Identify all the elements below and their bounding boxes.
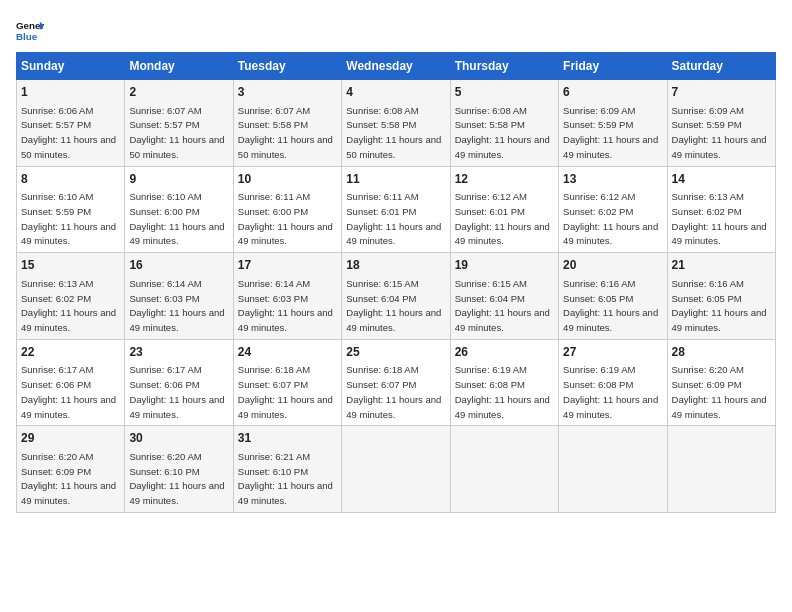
day-detail: Sunrise: 6:21 AMSunset: 6:10 PMDaylight:… <box>238 451 333 506</box>
day-number: 8 <box>21 171 120 188</box>
day-detail: Sunrise: 6:20 AMSunset: 6:09 PMDaylight:… <box>21 451 116 506</box>
day-number: 15 <box>21 257 120 274</box>
page-header: General Blue <box>16 16 776 44</box>
day-detail: Sunrise: 6:09 AMSunset: 5:59 PMDaylight:… <box>563 105 658 160</box>
calendar-cell: 11 Sunrise: 6:11 AMSunset: 6:01 PMDaylig… <box>342 166 450 253</box>
day-number: 10 <box>238 171 337 188</box>
day-number: 23 <box>129 344 228 361</box>
day-detail: Sunrise: 6:12 AMSunset: 6:02 PMDaylight:… <box>563 191 658 246</box>
day-number: 16 <box>129 257 228 274</box>
day-number: 5 <box>455 84 554 101</box>
svg-text:Blue: Blue <box>16 31 38 42</box>
weekday-header-tuesday: Tuesday <box>233 53 341 80</box>
day-detail: Sunrise: 6:07 AMSunset: 5:57 PMDaylight:… <box>129 105 224 160</box>
calendar-cell: 2 Sunrise: 6:07 AMSunset: 5:57 PMDayligh… <box>125 80 233 167</box>
calendar-cell: 25 Sunrise: 6:18 AMSunset: 6:07 PMDaylig… <box>342 339 450 426</box>
day-detail: Sunrise: 6:18 AMSunset: 6:07 PMDaylight:… <box>346 364 441 419</box>
calendar-cell: 27 Sunrise: 6:19 AMSunset: 6:08 PMDaylig… <box>559 339 667 426</box>
calendar-cell: 18 Sunrise: 6:15 AMSunset: 6:04 PMDaylig… <box>342 253 450 340</box>
calendar-cell: 19 Sunrise: 6:15 AMSunset: 6:04 PMDaylig… <box>450 253 558 340</box>
calendar-cell: 31 Sunrise: 6:21 AMSunset: 6:10 PMDaylig… <box>233 426 341 513</box>
day-number: 12 <box>455 171 554 188</box>
calendar-cell: 8 Sunrise: 6:10 AMSunset: 5:59 PMDayligh… <box>17 166 125 253</box>
calendar-cell: 13 Sunrise: 6:12 AMSunset: 6:02 PMDaylig… <box>559 166 667 253</box>
day-detail: Sunrise: 6:08 AMSunset: 5:58 PMDaylight:… <box>455 105 550 160</box>
calendar-cell: 24 Sunrise: 6:18 AMSunset: 6:07 PMDaylig… <box>233 339 341 426</box>
day-detail: Sunrise: 6:17 AMSunset: 6:06 PMDaylight:… <box>129 364 224 419</box>
calendar-cell: 30 Sunrise: 6:20 AMSunset: 6:10 PMDaylig… <box>125 426 233 513</box>
day-number: 21 <box>672 257 771 274</box>
day-detail: Sunrise: 6:14 AMSunset: 6:03 PMDaylight:… <box>129 278 224 333</box>
calendar-cell: 3 Sunrise: 6:07 AMSunset: 5:58 PMDayligh… <box>233 80 341 167</box>
day-detail: Sunrise: 6:09 AMSunset: 5:59 PMDaylight:… <box>672 105 767 160</box>
day-number: 9 <box>129 171 228 188</box>
day-number: 2 <box>129 84 228 101</box>
day-number: 28 <box>672 344 771 361</box>
day-detail: Sunrise: 6:06 AMSunset: 5:57 PMDaylight:… <box>21 105 116 160</box>
calendar-cell: 22 Sunrise: 6:17 AMSunset: 6:06 PMDaylig… <box>17 339 125 426</box>
day-detail: Sunrise: 6:08 AMSunset: 5:58 PMDaylight:… <box>346 105 441 160</box>
calendar-cell: 21 Sunrise: 6:16 AMSunset: 6:05 PMDaylig… <box>667 253 775 340</box>
calendar-cell: 9 Sunrise: 6:10 AMSunset: 6:00 PMDayligh… <box>125 166 233 253</box>
day-number: 13 <box>563 171 662 188</box>
day-detail: Sunrise: 6:18 AMSunset: 6:07 PMDaylight:… <box>238 364 333 419</box>
day-detail: Sunrise: 6:20 AMSunset: 6:09 PMDaylight:… <box>672 364 767 419</box>
calendar-cell: 10 Sunrise: 6:11 AMSunset: 6:00 PMDaylig… <box>233 166 341 253</box>
calendar-cell: 14 Sunrise: 6:13 AMSunset: 6:02 PMDaylig… <box>667 166 775 253</box>
day-detail: Sunrise: 6:15 AMSunset: 6:04 PMDaylight:… <box>346 278 441 333</box>
day-number: 22 <box>21 344 120 361</box>
day-detail: Sunrise: 6:10 AMSunset: 6:00 PMDaylight:… <box>129 191 224 246</box>
calendar-cell: 16 Sunrise: 6:14 AMSunset: 6:03 PMDaylig… <box>125 253 233 340</box>
day-number: 17 <box>238 257 337 274</box>
weekday-header-thursday: Thursday <box>450 53 558 80</box>
day-number: 24 <box>238 344 337 361</box>
weekday-header-sunday: Sunday <box>17 53 125 80</box>
day-number: 30 <box>129 430 228 447</box>
day-detail: Sunrise: 6:15 AMSunset: 6:04 PMDaylight:… <box>455 278 550 333</box>
calendar-cell: 12 Sunrise: 6:12 AMSunset: 6:01 PMDaylig… <box>450 166 558 253</box>
day-detail: Sunrise: 6:17 AMSunset: 6:06 PMDaylight:… <box>21 364 116 419</box>
day-detail: Sunrise: 6:07 AMSunset: 5:58 PMDaylight:… <box>238 105 333 160</box>
calendar-cell: 17 Sunrise: 6:14 AMSunset: 6:03 PMDaylig… <box>233 253 341 340</box>
day-number: 27 <box>563 344 662 361</box>
day-detail: Sunrise: 6:13 AMSunset: 6:02 PMDaylight:… <box>672 191 767 246</box>
calendar-cell <box>667 426 775 513</box>
day-detail: Sunrise: 6:14 AMSunset: 6:03 PMDaylight:… <box>238 278 333 333</box>
day-detail: Sunrise: 6:16 AMSunset: 6:05 PMDaylight:… <box>672 278 767 333</box>
day-number: 6 <box>563 84 662 101</box>
calendar-cell: 4 Sunrise: 6:08 AMSunset: 5:58 PMDayligh… <box>342 80 450 167</box>
day-number: 20 <box>563 257 662 274</box>
day-number: 14 <box>672 171 771 188</box>
day-detail: Sunrise: 6:19 AMSunset: 6:08 PMDaylight:… <box>455 364 550 419</box>
day-number: 1 <box>21 84 120 101</box>
weekday-header-wednesday: Wednesday <box>342 53 450 80</box>
day-number: 4 <box>346 84 445 101</box>
day-number: 29 <box>21 430 120 447</box>
logo-icon: General Blue <box>16 16 44 44</box>
calendar-cell: 7 Sunrise: 6:09 AMSunset: 5:59 PMDayligh… <box>667 80 775 167</box>
calendar-cell <box>559 426 667 513</box>
day-detail: Sunrise: 6:10 AMSunset: 5:59 PMDaylight:… <box>21 191 116 246</box>
day-number: 31 <box>238 430 337 447</box>
day-detail: Sunrise: 6:19 AMSunset: 6:08 PMDaylight:… <box>563 364 658 419</box>
logo: General Blue <box>16 16 44 44</box>
calendar-cell: 6 Sunrise: 6:09 AMSunset: 5:59 PMDayligh… <box>559 80 667 167</box>
calendar-table: SundayMondayTuesdayWednesdayThursdayFrid… <box>16 52 776 513</box>
day-detail: Sunrise: 6:11 AMSunset: 6:01 PMDaylight:… <box>346 191 441 246</box>
day-number: 18 <box>346 257 445 274</box>
day-number: 25 <box>346 344 445 361</box>
calendar-cell: 29 Sunrise: 6:20 AMSunset: 6:09 PMDaylig… <box>17 426 125 513</box>
weekday-header-saturday: Saturday <box>667 53 775 80</box>
calendar-cell: 20 Sunrise: 6:16 AMSunset: 6:05 PMDaylig… <box>559 253 667 340</box>
day-detail: Sunrise: 6:16 AMSunset: 6:05 PMDaylight:… <box>563 278 658 333</box>
weekday-header-monday: Monday <box>125 53 233 80</box>
day-number: 7 <box>672 84 771 101</box>
calendar-cell: 5 Sunrise: 6:08 AMSunset: 5:58 PMDayligh… <box>450 80 558 167</box>
calendar-cell <box>450 426 558 513</box>
day-number: 11 <box>346 171 445 188</box>
calendar-cell: 15 Sunrise: 6:13 AMSunset: 6:02 PMDaylig… <box>17 253 125 340</box>
day-detail: Sunrise: 6:12 AMSunset: 6:01 PMDaylight:… <box>455 191 550 246</box>
calendar-cell <box>342 426 450 513</box>
day-number: 3 <box>238 84 337 101</box>
day-detail: Sunrise: 6:13 AMSunset: 6:02 PMDaylight:… <box>21 278 116 333</box>
